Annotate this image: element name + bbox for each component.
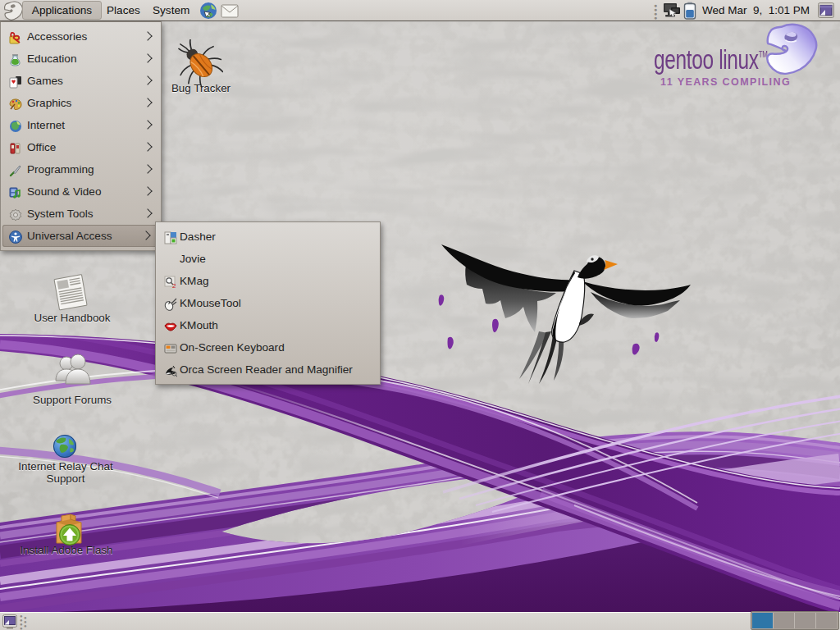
svg-text:2: 2 xyxy=(172,282,176,289)
